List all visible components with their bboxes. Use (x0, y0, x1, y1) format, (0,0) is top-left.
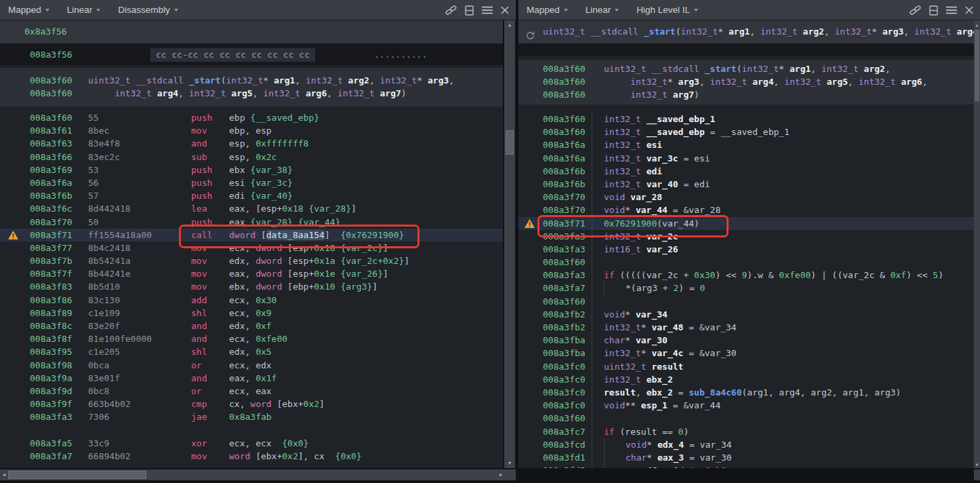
asm-line[interactable]: 008a3f9a83e01fandeax, 0x1f (0, 372, 503, 385)
scrollbar-thumb[interactable] (975, 30, 979, 101)
hlil-line[interactable]: 008a3f70void var_28 (518, 191, 974, 204)
code-token: int32_t (914, 26, 952, 37)
mnemonic: mov (191, 280, 229, 293)
scroll-down-button[interactable]: ▼ (504, 459, 515, 468)
line-address: 008a3f70 (543, 204, 592, 216)
hlil-line[interactable]: 008a3fa3int16_t var_26 (518, 243, 974, 256)
link-icon[interactable] (910, 5, 921, 16)
hlil-line[interactable]: 008a3fa3if (((((var_2c + 0x30) << 9).w &… (518, 269, 974, 282)
layout-dropdown[interactable]: Linear (67, 5, 101, 15)
code-token: , (295, 75, 306, 85)
asm-line[interactable]: 008a3f838b5d10movebx, dword [ebp+0x10 {a… (0, 280, 503, 293)
asm-line[interactable]: 008a3f6a56pushesi {var_3c} (0, 176, 503, 189)
vertical-scrollbar[interactable]: ▲ ▼ (974, 20, 980, 468)
asm-line[interactable] (0, 424, 503, 437)
asm-line[interactable]: 008a3f8c83e20fandedx, 0xf (0, 320, 503, 332)
asm-line[interactable]: 008a3f6383e4f8andesp, 0xfffffff8 (0, 137, 503, 150)
code-token: + (678, 270, 694, 280)
hlil-line[interactable]: 008a3f6bint32_t edi (518, 165, 974, 178)
view-mode-dropdown[interactable]: Mapped (8, 5, 49, 15)
signature-line[interactable]: 008a3f60 int32_t arg4, int32_t arg5, int… (0, 87, 503, 100)
hlil-line[interactable]: 008a3fb2void* var_34 (518, 308, 974, 321)
code-token: , (832, 387, 843, 398)
view-mode-dropdown[interactable]: Mapped (527, 5, 568, 15)
function-header: uint32_t __stdcall _start(int32_t* arg1,… (518, 20, 974, 45)
asm-line[interactable]: 008a3f980bcaorecx, edx (0, 359, 503, 372)
hlil-line[interactable]: 008a3f6bint32_t var_40 = edi (518, 178, 974, 191)
asm-line[interactable]: 008a3f7b8b54241amovedx, dword [esp+0x1a … (0, 254, 503, 267)
refresh-icon[interactable] (525, 26, 535, 45)
code-token: * (417, 75, 428, 85)
scroll-right-button[interactable]: ▶ (497, 469, 505, 480)
close-icon[interactable] (501, 6, 509, 14)
hlil-line[interactable]: 008a3f60 (518, 295, 974, 308)
asm-line[interactable]: 008a3f778b4c2418movecx, dword [esp+0x18 … (0, 242, 503, 254)
asm-line[interactable]: 008a3f71ff1554a18a00calldword [data_8aa1… (0, 229, 503, 242)
scroll-down-button[interactable]: ▼ (974, 460, 980, 468)
asm-line[interactable]: 008a3f6b57pushedi {var_40} (0, 189, 503, 202)
hlil-line[interactable]: 008a3fc0result, ebx_2 = sub_8a4c60(arg1,… (518, 386, 974, 399)
asm-line[interactable]: 008a3f7f8b44241emoveax, dword [esp+0x1e … (0, 267, 503, 280)
hlil-line[interactable]: 008a3fc7if (result == 0) (518, 425, 974, 438)
split-view-icon[interactable] (929, 5, 938, 16)
asm-line[interactable]: 008a3f6683ec2csubesp, 0x2c (0, 151, 503, 163)
il-level-dropdown[interactable]: Disassembly (118, 5, 178, 15)
code-token: void (604, 400, 625, 410)
scroll-up-button[interactable]: ▲ (974, 20, 980, 28)
hlil-line[interactable]: 008a3fbachar* var_30 (518, 334, 974, 347)
scroll-left-button[interactable]: ◀ (0, 469, 8, 480)
asm-line[interactable]: 008a3f8683c130addecx, 0x30 (0, 294, 503, 307)
layout-dropdown[interactable]: Linear (586, 5, 619, 15)
menu-icon[interactable] (946, 6, 957, 14)
asm-line[interactable]: 008a3fa766894b02movword [ebx+0x2], cx {0… (0, 450, 503, 463)
asm-line[interactable]: 008a3f95c1e205shledx, 0x5 (0, 345, 503, 358)
hlil-line[interactable]: 008a3fc0void** esp_1 = &var_44 (518, 399, 974, 412)
hlil-line[interactable]: 008a3f70void* var_44 = &var_28 (518, 204, 974, 216)
hlil-line[interactable]: 008a3f60int32_t __saved_ebp_1 (518, 113, 974, 125)
asm-line[interactable]: 008a3f8f81e100fe0000andecx, 0xfe00 (0, 332, 503, 345)
asm-line[interactable]: 008a3f6c8d442418leaeax, [esp+0x18 {var_2… (0, 202, 503, 215)
asm-line[interactable]: 008a3fa533c9xorecx, ecx {0x0} (0, 437, 503, 450)
scrollbar-thumb[interactable] (506, 130, 514, 155)
code-token: void (604, 192, 625, 202)
menu-icon[interactable] (482, 6, 493, 14)
asm-line[interactable]: 008a3fa37306jae0x8a3fab (0, 410, 503, 423)
hlil-line[interactable]: 008a3fb2int32_t* var_48 = &var_34 (518, 321, 974, 334)
hlil-line[interactable]: 008a3fd1char* eax_3 = var_30 (518, 451, 974, 464)
hlil-line[interactable]: 008a3f60 (518, 256, 974, 269)
hlil-line[interactable]: 008a3fa3int32_t var_2c (518, 230, 974, 243)
signature-line[interactable]: 008a3f60uint32_t __stdcall _start(int32_… (518, 62, 974, 75)
link-icon[interactable] (445, 5, 457, 16)
asm-line[interactable]: 008a3f89c1e109shlecx, 0x9 (0, 307, 503, 320)
hlil-line[interactable]: 008a3f710x76291900(var_44) (518, 217, 974, 230)
signature-line[interactable]: 008a3f60uint32_t __stdcall _start(int32_… (0, 74, 503, 87)
signature-line[interactable]: 008a3f60 int32_t arg7) (518, 88, 974, 101)
hlil-line[interactable]: 008a3f6aint32_t var_3c = esi (518, 152, 974, 165)
il-level-dropdown[interactable]: High Level IL (636, 5, 698, 15)
asm-line[interactable]: 008a3f6055pushebp {__saved_ebp} (0, 111, 503, 124)
hlil-line[interactable]: 008a3fc0uint32_t result (518, 360, 974, 373)
hlil-line[interactable]: 008a3fbaint32_t* var_4c = &var_30 (518, 347, 974, 360)
byte-dump-row[interactable]: 008a3f56 cc cc-cc cc cc cc cc cc cc cc .… (0, 45, 503, 65)
scroll-up-button[interactable]: ▲ (504, 20, 515, 30)
hlil-line[interactable]: 008a3f6aint32_t esi (518, 138, 974, 151)
asm-line[interactable]: 008a3f7050pusheax {var_28} {var_44} (0, 216, 503, 229)
asm-line[interactable]: 008a3f9d0bc8orecx, eax (0, 385, 503, 398)
code-token: ) (694, 90, 699, 100)
signature-line[interactable]: 008a3f60 int32_t* arg3, int32_t arg4, in… (518, 75, 974, 88)
split-view-icon[interactable] (465, 5, 474, 16)
asm-line[interactable]: 008a3f9f663b4b02cmpcx, word [ebx+0x2] (0, 398, 503, 410)
hlil-line[interactable]: 008a3fa7*(arg3 + 2) = 0 (518, 282, 974, 294)
hlil-line[interactable]: 008a3fc0int32_t ebx_2 (518, 373, 974, 386)
asm-line[interactable]: 008a3f6953pushebx {var_38} (0, 163, 503, 176)
scrollbar-thumb[interactable] (8, 471, 146, 479)
horizontal-scrollbar[interactable]: ◀ ▶ (0, 469, 505, 480)
hlil-line[interactable]: 008a3f60int32_t __saved_ebp = __saved_eb… (518, 125, 974, 138)
close-icon[interactable] (965, 6, 973, 14)
hlil-line[interactable]: 008a3fd5var_48 = &data_8ab2ac (518, 464, 974, 468)
hlil-line[interactable]: 008a3f60 (518, 412, 974, 425)
code-token: int32_t (604, 374, 641, 385)
vertical-scrollbar[interactable]: ▲ ▼ (504, 20, 515, 468)
hlil-line[interactable]: 008a3fcdvoid* edx_4 = var_34 (518, 438, 974, 451)
asm-line[interactable]: 008a3f618becmovebp, esp (0, 124, 503, 137)
